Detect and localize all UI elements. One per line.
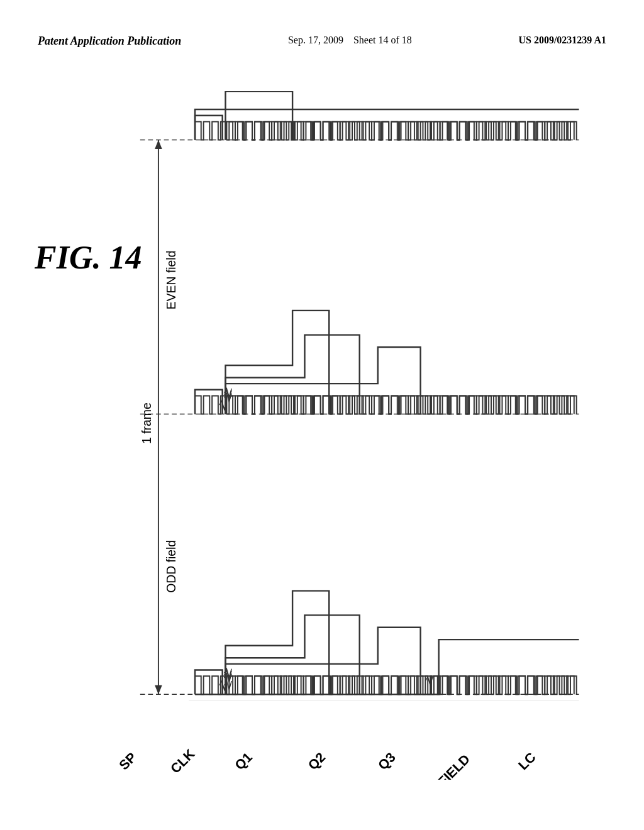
patent-number: US 2009/0231239 A1	[518, 35, 606, 46]
publication-title: Patent Application Publication	[38, 35, 181, 48]
publication-date: Sep. 17, 2009	[288, 35, 343, 45]
page-header: Patent Application Publication Sep. 17, …	[0, 35, 644, 48]
timing-diagram-container: SP CLK Q1 Q2 Q3 FIELD LC 1 frame ODD fie…	[82, 91, 625, 780]
signal-label-q1: Q1	[232, 750, 255, 773]
sheet-info: Sheet 14 of 18	[353, 35, 412, 45]
lc-even-pulses	[195, 396, 577, 414]
frame-top-arrow	[155, 140, 162, 150]
even-field-label: EVEN field	[164, 251, 178, 310]
timing-diagram-svg: SP CLK Q1 Q2 Q3 FIELD LC 1 frame ODD fie…	[82, 91, 625, 780]
publication-date-sheet: Sep. 17, 2009 Sheet 14 of 18	[288, 35, 412, 46]
signal-label-q2: Q2	[305, 750, 328, 773]
signal-label-clk: CLK	[168, 746, 198, 776]
signal-label-q3: Q3	[375, 750, 399, 773]
signal-label-field: FIELD	[435, 751, 473, 780]
odd-field-label: ODD field	[164, 540, 178, 593]
signal-label-sp: SP	[116, 750, 140, 773]
frame-bottom-arrow	[155, 685, 162, 695]
lc-odd-pulses	[195, 676, 577, 694]
signal-label-lc: LC	[516, 750, 539, 773]
one-frame-label: 1 frame	[140, 402, 153, 444]
